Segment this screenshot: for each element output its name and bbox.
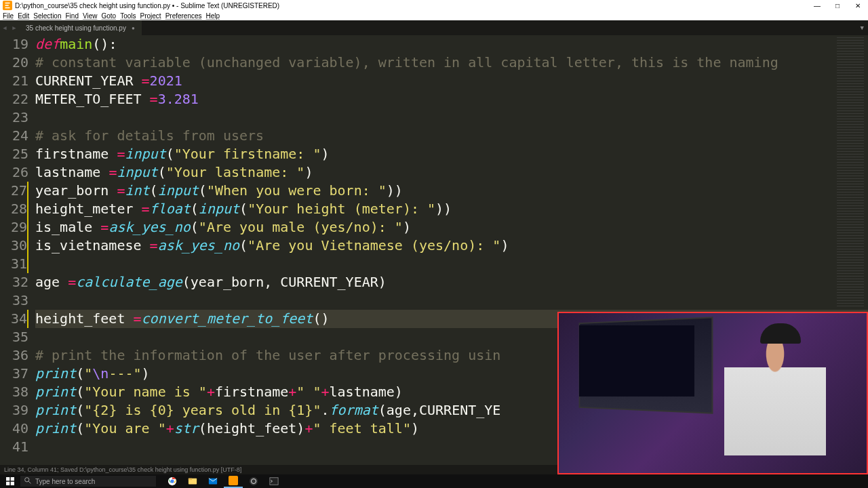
window-title: D:\python_course\35 check height using f…	[15, 2, 807, 9]
nav-forward-button[interactable]: ▶	[9, 20, 19, 35]
code-line[interactable]: def main():	[35, 35, 868, 54]
line-number: 25	[0, 145, 28, 163]
menu-file[interactable]: File	[3, 12, 14, 20]
code-line[interactable]: CURRENT_YEAR = 2021	[35, 72, 868, 90]
minimap[interactable]	[837, 37, 864, 308]
line-number: 19	[0, 35, 28, 54]
menu-preferences[interactable]: Preferences	[165, 12, 202, 20]
nav-back-button[interactable]: ◀	[0, 20, 9, 35]
code-line[interactable]: age = calculate_age(year_born, CURRENT_Y…	[35, 273, 868, 291]
menu-project[interactable]: Project	[140, 12, 161, 20]
line-number: 36	[0, 346, 28, 365]
svg-rect-1	[6, 477, 9, 481]
menu-goto[interactable]: Goto	[101, 12, 116, 20]
line-number: 27	[0, 182, 28, 200]
taskbar-chrome-icon[interactable]	[163, 474, 182, 488]
tab-bar: ◀ ▶ 35 check height using function.py ● …	[0, 20, 868, 35]
line-number: 24	[0, 127, 28, 145]
line-number: 35	[0, 328, 28, 346]
line-number: 26	[0, 163, 28, 182]
close-button[interactable]: ✕	[848, 0, 868, 11]
tab-overflow-button[interactable]: ▼	[861, 24, 868, 31]
menu-help[interactable]: Help	[206, 12, 220, 20]
svg-rect-9	[189, 479, 192, 481]
line-number: 22	[0, 90, 28, 108]
code-line[interactable]	[35, 255, 868, 273]
status-text: Line 34, Column 41; Saved D:\python_cour…	[4, 466, 241, 473]
code-line[interactable]	[35, 108, 868, 127]
tab-dirty-icon: ●	[132, 25, 135, 31]
line-number: 23	[0, 108, 28, 127]
line-number: 21	[0, 72, 28, 90]
line-number: 33	[0, 291, 28, 310]
svg-point-5	[25, 478, 29, 482]
maximize-button[interactable]: □	[827, 0, 848, 11]
windows-icon	[6, 477, 14, 485]
menu-view[interactable]: View	[83, 12, 98, 20]
svg-rect-4	[11, 482, 14, 485]
file-tab[interactable]: 35 check height using function.py ●	[19, 20, 142, 35]
svg-rect-11	[229, 476, 238, 485]
code-line[interactable]: height_meter = float(input("Your height …	[35, 200, 868, 218]
code-line[interactable]: is_male = ask_yes_no("Are you male (yes/…	[35, 218, 868, 237]
svg-rect-2	[11, 477, 14, 481]
line-number: 37	[0, 365, 28, 383]
line-number: 20	[0, 54, 28, 72]
app-icon	[3, 1, 12, 10]
tab-label: 35 check height using function.py	[26, 24, 126, 32]
line-number: 31	[0, 255, 28, 273]
line-number-gutter: 1920212223242526272829303132333435363738…	[0, 35, 33, 465]
code-line[interactable]: year_born = int(input("When you were bor…	[35, 182, 868, 200]
start-button[interactable]	[0, 474, 20, 488]
code-line[interactable]: # ask for details from users	[35, 127, 868, 145]
minimize-button[interactable]: —	[807, 0, 827, 11]
taskbar-mail-icon[interactable]	[203, 474, 222, 488]
line-number: 34	[0, 310, 28, 328]
menu-find[interactable]: Find	[66, 12, 79, 20]
svg-rect-3	[6, 482, 9, 485]
menu-edit[interactable]: Edit	[18, 12, 29, 20]
taskbar-obs-icon[interactable]	[244, 474, 263, 488]
code-line[interactable]	[35, 291, 868, 310]
title-bar: D:\python_course\35 check height using f…	[0, 0, 868, 11]
webcam-overlay	[557, 312, 868, 474]
code-line[interactable]: firstname = input("Your firstname: ")	[35, 145, 868, 163]
code-line[interactable]: is_vietnamese = ask_yes_no("Are you Viet…	[35, 237, 868, 255]
menu-bar: File Edit Selection Find View Goto Tools…	[0, 11, 868, 20]
webcam-person	[724, 320, 826, 455]
svg-rect-14	[270, 478, 278, 485]
windows-taskbar: Type here to search	[0, 474, 868, 488]
line-number: 30	[0, 237, 28, 255]
menu-tools[interactable]: Tools	[120, 12, 136, 20]
line-number: 41	[0, 438, 28, 456]
line-number: 40	[0, 420, 28, 438]
svg-point-7	[170, 479, 174, 483]
search-placeholder: Type here to search	[35, 478, 95, 485]
code-line[interactable]: # constant variable (unchanged variable)…	[35, 54, 868, 72]
line-number: 32	[0, 273, 28, 291]
taskbar-terminal-icon[interactable]	[264, 474, 283, 488]
code-line[interactable]: lastname = input("Your lastname: ")	[35, 163, 868, 182]
line-number: 29	[0, 218, 28, 237]
taskbar-search[interactable]: Type here to search	[20, 476, 156, 487]
code-line[interactable]: METER_TO_FEET = 3.281	[35, 90, 868, 108]
line-number: 38	[0, 383, 28, 401]
taskbar-sublime-icon[interactable]	[224, 474, 243, 488]
line-number: 28	[0, 200, 28, 218]
svg-point-12	[250, 477, 258, 485]
menu-selection[interactable]: Selection	[33, 12, 61, 20]
taskbar-explorer-icon[interactable]	[183, 474, 202, 488]
search-icon	[24, 477, 31, 485]
line-number: 39	[0, 401, 28, 420]
